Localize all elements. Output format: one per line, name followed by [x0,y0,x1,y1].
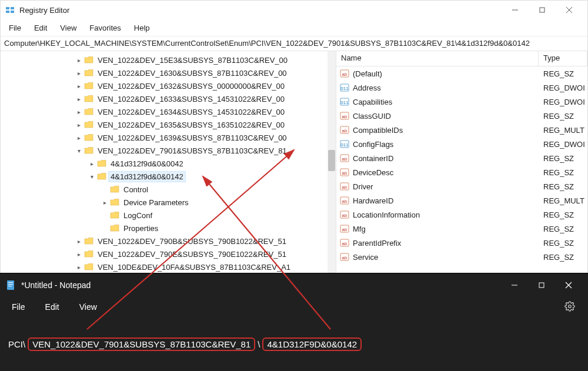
menu-favorites[interactable]: Favorites [83,21,126,35]
notepad-text-area[interactable]: PCI\ VEN_1022&DEV_7901&SUBSYS_87B1103C&R… [0,317,588,371]
svg-point-44 [569,305,572,308]
value-name: ClassGUID [353,112,391,121]
values-header[interactable]: Name Type [336,51,587,66]
chevron-icon[interactable]: ▸ [75,238,83,245]
column-type[interactable]: Type [539,51,587,66]
svg-text:011: 011 [340,100,349,105]
notepad-maximize-button[interactable] [528,276,555,294]
chevron-icon[interactable]: ▾ [75,148,83,154]
scrollbar-thumb[interactable] [328,150,335,171]
value-row[interactable]: abLocationInformationREG_SZ [336,208,587,222]
chevron-icon[interactable]: ▸ [75,122,83,128]
notepad-minimize-button[interactable] [501,276,528,294]
folder-icon [110,198,119,206]
value-type-icon: ab [340,111,349,121]
value-name: CompatibleIDs [353,126,403,135]
value-name: Mfg [353,225,366,233]
value-row[interactable]: abHardwareIDREG_MULT [336,193,587,208]
tree-item[interactable]: ▸VEN_1022&DEV_1630&SUBSYS_87B1103C&REV_0… [1,66,336,79]
tree-item[interactable]: ▸VEN_1022&DEV_1634&SUBSYS_14531022&REV_0… [1,105,336,118]
notepad-menu-edit[interactable]: Edit [41,300,64,314]
tree-item[interactable]: ▸VEN_1022&DEV_15E3&SUBSYS_87B1103C&REV_0… [1,54,336,66]
column-name[interactable]: Name [336,51,539,66]
menu-file[interactable]: File [3,21,27,35]
value-row[interactable]: 011ConfigFlagsREG_DWOI [336,137,587,151]
window-title: Registry Editor [19,6,502,15]
tree-item[interactable]: ▸4&1d312f9d&0&0042 [1,157,336,170]
minimize-button[interactable] [502,1,529,19]
close-button[interactable] [556,1,583,19]
tree-item[interactable]: ▾4&1d312f9d&0&0142 [1,170,336,183]
chevron-icon[interactable]: ▸ [75,70,83,76]
value-row[interactable]: abDriverREG_SZ [336,179,587,193]
folder-icon [84,263,93,271]
value-row[interactable]: abContainerIDREG_SZ [336,151,587,165]
value-name: ConfigFlags [353,140,393,149]
notepad-close-button[interactable] [555,276,582,294]
maximize-button[interactable] [529,1,556,19]
chevron-icon[interactable]: ▸ [75,251,83,258]
menu-help[interactable]: Help [128,21,156,35]
tree-item[interactable]: ▸VEN_1022&DEV_1635&SUBSYS_16351022&REV_0… [1,118,336,131]
value-row[interactable]: abServiceREG_SZ [336,250,587,264]
value-row[interactable]: abMfgREG_SZ [336,222,587,236]
notepad-menu-file[interactable]: File [7,300,30,314]
tree-scrollbar[interactable] [328,51,336,280]
tree-item[interactable]: ▸VEN_1022&DEV_790E&SUBSYS_790E1022&REV_5… [1,248,336,260]
folder-icon [84,237,93,245]
tree-panel[interactable]: ▸VEN_1022&DEV_15E3&SUBSYS_87B1103C&REV_0… [1,51,336,280]
values-panel: Name Type ab(Default)REG_SZ011AddressREG… [336,51,587,280]
tree-item[interactable]: ▸VEN_1022&DEV_1633&SUBSYS_14531022&REV_0… [1,92,336,105]
value-type-icon: 011 [340,139,349,149]
tree-label: 4&1d312f9d&0&0042 [109,159,185,169]
svg-rect-1 [11,7,14,9]
tree-label: VEN_1022&DEV_1630&SUBSYS_87B1103C&REV_00 [96,68,289,78]
chevron-icon[interactable]: ▸ [75,96,83,102]
chevron-icon[interactable]: ▸ [75,109,83,115]
value-row[interactable]: abClassGUIDREG_SZ [336,109,587,123]
tree-item[interactable]: ▸VEN_1022&DEV_1639&SUBSYS_87B1103C&REV_0… [1,131,336,144]
chevron-icon[interactable]: ▾ [88,173,96,180]
values-list[interactable]: ab(Default)REG_SZ011AddressREG_DWOI011Ca… [336,66,587,280]
value-type-icon: ab [340,238,349,248]
menu-edit[interactable]: Edit [28,21,53,35]
tree-item[interactable]: ▸VEN_10DE&DEV_10FA&SUBSYS_87B1103C&REV_A… [1,260,336,273]
value-row[interactable]: 011CapabilitiesREG_DWOI [336,95,587,109]
value-row[interactable]: abDeviceDescREG_SZ [336,165,587,179]
value-type-icon: 011 [340,97,349,106]
titlebar[interactable]: Registry Editor [1,1,587,19]
notepad-icon [6,279,15,291]
value-row[interactable]: 011AddressREG_DWOI [336,81,587,95]
menubar: File Edit View Favorites Help [1,19,587,36]
value-type: REG_SZ [539,69,587,78]
value-row[interactable]: abCompatibleIDsREG_MULT [336,123,587,137]
chevron-icon[interactable]: ▸ [101,199,109,206]
tree-item[interactable]: ▾VEN_1022&DEV_7901&SUBSYS_87B1103C&REV_8… [1,144,336,157]
value-type: REG_MULT [539,126,587,135]
tree-item[interactable]: ▸VEN_1022&DEV_1632&SUBSYS_00000000&REV_0… [1,79,336,92]
value-name: ContainerID [353,154,393,163]
svg-text:011: 011 [340,142,349,148]
chevron-icon[interactable]: ▸ [75,57,83,63]
tree-item[interactable]: ▸Device Parameters [1,196,336,209]
notepad-titlebar[interactable]: *Untitled - Notepad [0,273,588,297]
value-row[interactable]: ab(Default)REG_SZ [336,66,587,81]
folder-icon [84,56,93,64]
tree-item[interactable]: ▸VEN_1022&DEV_790B&SUBSYS_790B1022&REV_5… [1,235,336,248]
address-bar[interactable]: Computer\HKEY_LOCAL_MACHINE\SYSTEM\Curre… [1,36,587,51]
settings-icon[interactable] [564,301,575,313]
chevron-icon[interactable]: ▸ [75,264,83,270]
tree-item[interactable]: LogConf [1,209,336,222]
svg-text:ab: ab [342,255,348,260]
svg-rect-41 [539,283,544,288]
menu-view[interactable]: View [54,21,82,35]
value-type: REG_SZ [539,112,587,121]
tree-item[interactable]: Control [1,183,336,196]
notepad-menu-view[interactable]: View [75,300,102,314]
chevron-icon[interactable]: ▸ [75,83,83,89]
value-type: REG_MULT [539,196,587,205]
tree-item[interactable]: Properties [1,222,336,235]
chevron-icon[interactable]: ▸ [88,161,96,167]
value-row[interactable]: abParentIdPrefixREG_SZ [336,236,587,250]
chevron-icon[interactable]: ▸ [75,135,83,141]
